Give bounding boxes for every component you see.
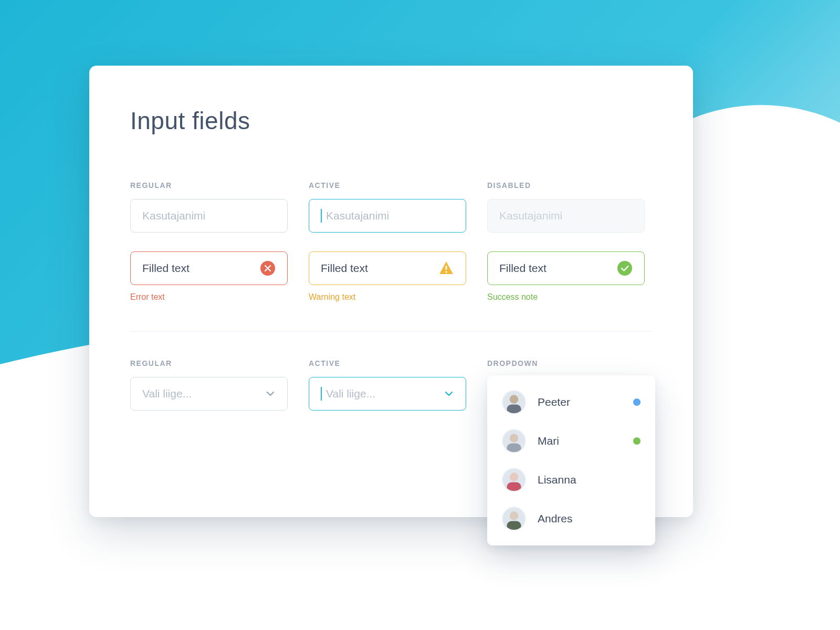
text-cursor [321, 387, 322, 401]
select-active-placeholder: Vali liige... [326, 387, 375, 400]
showcase-card: Input fields REGULAR Kasutajanimi ACTIVE… [89, 66, 693, 517]
select-regular[interactable]: Vali liige... [130, 377, 288, 411]
input-regular-placeholder: Kasutajanimi [142, 209, 205, 222]
dropdown-panel: Peeter Mari Lisanna Andres [487, 375, 655, 545]
avatar [502, 468, 526, 492]
error-icon [260, 260, 276, 276]
avatar [502, 507, 526, 531]
warning-icon [438, 260, 454, 276]
label-select-regular: REGULAR [130, 359, 288, 368]
svg-rect-1 [446, 266, 447, 270]
label-disabled: DISABLED [487, 181, 645, 190]
input-active-placeholder: Kasutajanimi [326, 209, 389, 222]
avatar [502, 390, 526, 414]
svg-rect-11 [507, 521, 521, 530]
svg-point-6 [510, 434, 518, 442]
success-icon [617, 260, 633, 276]
svg-point-3 [617, 261, 632, 276]
dropdown-item-label: Mari [538, 435, 559, 447]
dropdown-item[interactable]: Lisanna [487, 460, 655, 499]
input-regular[interactable]: Kasutajanimi [130, 199, 288, 233]
svg-rect-7 [507, 444, 521, 452]
input-active[interactable]: Kasutajanimi [309, 199, 466, 233]
text-cursor [321, 209, 322, 223]
dropdown-item[interactable]: Mari [487, 422, 655, 460]
avatar [502, 429, 526, 453]
status-dot [633, 398, 640, 406]
input-disabled: Kasutajanimi [487, 199, 645, 233]
svg-rect-5 [507, 405, 521, 413]
warning-helper-text: Warning text [309, 292, 466, 302]
status-dot [633, 437, 640, 445]
divider [130, 331, 652, 332]
input-success-value: Filled text [499, 262, 547, 275]
error-helper-text: Error text [130, 292, 288, 302]
label-select-dropdown: DROPDOWN [487, 359, 645, 368]
svg-rect-9 [507, 482, 521, 491]
svg-point-4 [510, 395, 518, 403]
select-active[interactable]: Vali liige... [309, 377, 466, 411]
select-regular-placeholder: Vali liige... [142, 387, 192, 400]
dropdown-item[interactable]: Andres [487, 499, 655, 538]
dropdown-item[interactable]: Peeter [487, 383, 655, 422]
dropdown-item-label: Andres [538, 512, 573, 525]
label-regular: REGULAR [130, 181, 288, 190]
chevron-down-icon [444, 388, 454, 399]
input-disabled-placeholder: Kasutajanimi [499, 209, 562, 222]
chevron-down-icon [265, 388, 276, 399]
label-select-active: ACTIVE [309, 359, 466, 368]
label-active: ACTIVE [309, 181, 466, 190]
dropdown-item-label: Lisanna [538, 474, 576, 486]
svg-point-2 [445, 271, 447, 272]
svg-point-8 [510, 472, 518, 481]
input-error[interactable]: Filled text [130, 251, 288, 285]
success-helper-text: Success note [487, 292, 645, 302]
svg-point-10 [510, 511, 518, 520]
input-warning[interactable]: Filled text [309, 251, 466, 285]
input-warning-value: Filled text [321, 262, 368, 275]
input-success[interactable]: Filled text [487, 251, 645, 285]
page-title: Input fields [130, 107, 652, 135]
dropdown-item-label: Peeter [538, 396, 570, 408]
input-error-value: Filled text [142, 262, 190, 275]
